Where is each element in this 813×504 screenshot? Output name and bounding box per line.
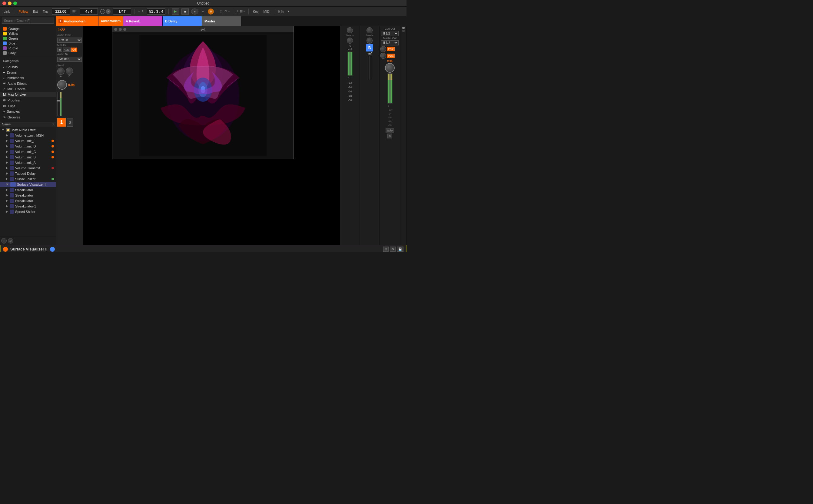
page-2	[402, 30, 405, 32]
color-yellow[interactable]: Yellow	[0, 31, 56, 36]
list-item[interactable]: Streakulator-1	[0, 204, 56, 209]
list-item[interactable]: Volume ...mit_MSH	[0, 133, 56, 138]
color-blue[interactable]: Blue	[0, 41, 56, 46]
color-purple[interactable]: Purple	[0, 46, 56, 51]
color-gray[interactable]: Gray	[0, 51, 56, 55]
volume-knob[interactable]	[57, 80, 67, 90]
cpu-dropdown[interactable]: ▾	[286, 9, 290, 14]
ext-in-select[interactable]: Ext. In	[57, 38, 82, 43]
reverb-send-b-knob[interactable]	[347, 38, 353, 44]
ext-button[interactable]: Ext	[32, 9, 39, 14]
color-orange[interactable]: Orange	[0, 26, 56, 31]
device-settings-button[interactable]: ⚙	[390, 247, 396, 252]
list-item[interactable]: Volum...mit_A	[0, 160, 56, 165]
device-actions: ⊞ ⚙ 💾	[383, 247, 403, 252]
cue-out-label: Cue Out	[385, 27, 395, 30]
list-item[interactable]: Volum...mit_B	[0, 154, 56, 160]
list-item[interactable]: Volume Transmit	[0, 165, 56, 171]
track-header-audiomodern2[interactable]: Audiomodern	[98, 16, 123, 26]
minimize-button[interactable]	[8, 2, 12, 5]
post-button[interactable]: Post	[387, 47, 395, 51]
master-out-select[interactable]: II 1/2	[381, 40, 399, 45]
close-button[interactable]	[2, 2, 6, 5]
master-volume-knob[interactable]	[385, 63, 395, 73]
bpm-display[interactable]: 122.00	[52, 8, 70, 15]
audio-to-select[interactable]: Master	[57, 57, 82, 62]
live-button[interactable]: ◎	[8, 238, 13, 244]
track-header-master[interactable]: Master	[202, 16, 241, 26]
volume-fader[interactable]	[57, 92, 59, 116]
delay-send-knob[interactable]	[367, 27, 373, 33]
delay-meter	[367, 56, 372, 80]
device-resize-button[interactable]: ⊞	[383, 247, 389, 252]
track-header-audiomodern[interactable]: 1 Audiomodern	[56, 16, 98, 26]
sort-arrow[interactable]: ▾	[52, 123, 54, 126]
master-send2-knob[interactable]	[380, 53, 386, 59]
expand-icon	[6, 178, 8, 180]
window-controls[interactable]	[2, 2, 17, 5]
position-display[interactable]: 51 . 3 . 4	[147, 8, 165, 15]
track-number-button[interactable]: 1	[57, 118, 66, 127]
add-button[interactable]: +	[201, 9, 205, 14]
color-green[interactable]: Green	[0, 36, 56, 41]
follow-button[interactable]: Follow	[17, 9, 29, 14]
sidebar-item-drums[interactable]: ● Drums	[0, 70, 56, 75]
master-send-knob[interactable]	[380, 46, 386, 52]
list-item[interactable]: Volum...mit_C	[0, 149, 56, 154]
audio-icon	[10, 193, 14, 197]
svl-maximize[interactable]	[123, 28, 126, 31]
svl-minimize[interactable]	[119, 28, 122, 31]
list-item[interactable]: Volum...mit_D	[0, 144, 56, 149]
search-input[interactable]	[2, 18, 54, 24]
delay-send-b-knob[interactable]	[367, 38, 373, 44]
sidebar-item-plugins[interactable]: ⊕ Plug-Ins	[0, 97, 56, 103]
sidebar-item-samples[interactable]: ~ Samples	[0, 109, 56, 114]
sidebar-item-audio-effects[interactable]: ≋ Audio Effects	[0, 81, 56, 86]
list-item[interactable]: Speed Shifter	[0, 209, 56, 214]
monitor-in-btn[interactable]: In	[57, 48, 62, 52]
mute-s-button[interactable]: S	[387, 134, 392, 138]
sidebar-item-instruments[interactable]: ♪ Instruments	[0, 75, 56, 81]
list-item[interactable]: Surfac...alizer	[0, 176, 56, 182]
midi-button[interactable]: MIDI	[262, 9, 272, 14]
play-button[interactable]: ▶	[172, 8, 179, 15]
monitor-auto-btn[interactable]: Auto	[63, 48, 71, 52]
device-save-button[interactable]: 💾	[397, 247, 403, 252]
svl-window-controls[interactable]	[114, 28, 126, 31]
sidebar-item-sounds[interactable]: ♩ Sounds	[0, 64, 56, 70]
list-item[interactable]: Tapped Delay	[0, 171, 56, 176]
key-button[interactable]: Key	[252, 9, 260, 14]
signature-display[interactable]: 4 / 4	[80, 8, 98, 15]
track-header-delay[interactable]: B Delay	[163, 16, 202, 26]
reverb-send-knob[interactable]	[347, 27, 353, 33]
tap-button[interactable]: Tap	[41, 9, 49, 14]
track-header-reverb[interactable]: A Reverb	[123, 16, 163, 26]
monitor-off-btn[interactable]: Off	[71, 48, 77, 52]
session-record-btn[interactable]: ⊕	[208, 8, 214, 15]
maximize-button[interactable]	[13, 2, 17, 5]
list-item[interactable]: Streakulator	[0, 187, 56, 193]
svl-close[interactable]	[114, 28, 117, 31]
device-link-icon[interactable]	[50, 247, 55, 252]
list-item[interactable]: Streakulator	[0, 198, 56, 204]
list-item[interactable]: Streakulator	[0, 193, 56, 198]
sidebar-item-max-for-live[interactable]: M Max for Live	[0, 92, 56, 97]
list-item[interactable]: 📁 Max Audio Effect	[0, 127, 56, 133]
add-folder-button[interactable]: +	[1, 238, 7, 244]
cue-out-select[interactable]: II 1/2	[381, 31, 399, 36]
send-b-knob[interactable]	[66, 68, 73, 75]
quantize-display[interactable]: 1/4T	[113, 8, 131, 15]
record-button[interactable]: ●	[191, 8, 198, 15]
post-button2[interactable]: Post	[387, 54, 395, 58]
solo-button[interactable]: Solo	[386, 128, 394, 133]
sidebar-item-midi-effects[interactable]: ♫ MIDI Effects	[0, 86, 56, 92]
sidebar-item-grooves[interactable]: ∿ Grooves	[0, 114, 56, 120]
send-a-knob[interactable]	[57, 68, 65, 75]
list-item-selected[interactable]: Surface Visualizer II	[0, 182, 56, 187]
link-button[interactable]: Link	[2, 9, 11, 14]
list-item[interactable]: Volum...mit_E	[0, 138, 56, 144]
b-label[interactable]: B	[366, 44, 373, 51]
stop-button[interactable]: ■	[181, 8, 189, 15]
sidebar-item-clips[interactable]: ▭ Clips	[0, 103, 56, 109]
track-s-button[interactable]: S	[67, 118, 73, 127]
